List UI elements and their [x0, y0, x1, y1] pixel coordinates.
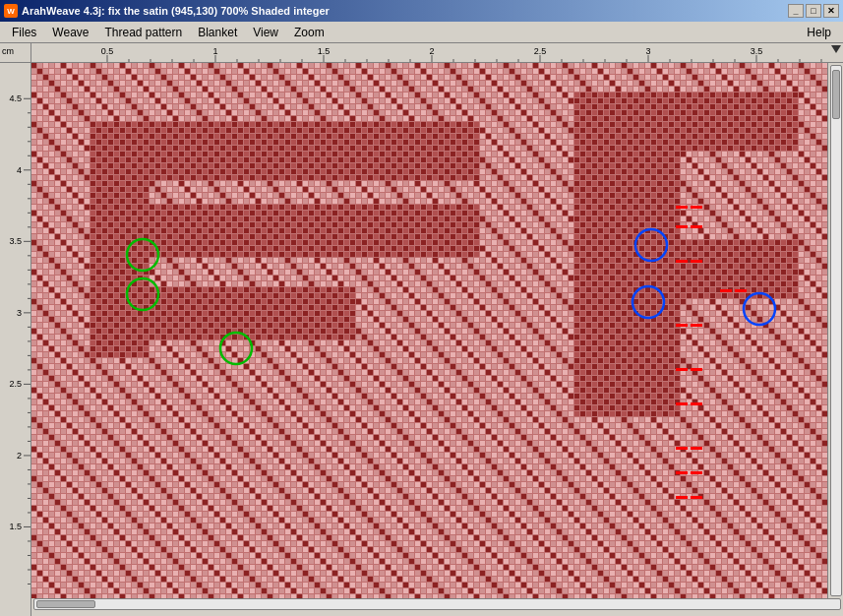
ruler-corner: cm — [0, 43, 31, 63]
main-area — [0, 63, 843, 598]
bottom-area — [0, 598, 843, 616]
scrollbar-corner-bl — [0, 598, 31, 616]
menu-view[interactable]: View — [245, 24, 286, 41]
menu-help[interactable]: Help — [807, 26, 839, 39]
vertical-ruler — [0, 63, 31, 598]
vertical-ruler-canvas — [0, 63, 31, 598]
titlebar-controls: _ □ ✕ — [788, 4, 839, 18]
weave-area[interactable] — [31, 63, 827, 598]
menu-thread-pattern[interactable]: Thread pattern — [96, 24, 190, 41]
menu-blanket[interactable]: Blanket — [190, 24, 245, 41]
menubar: Files Weave Thread pattern Blanket View … — [0, 22, 843, 43]
ruler-unit-label: cm — [0, 46, 14, 56]
ruler-arrow — [831, 45, 841, 53]
menu-weave[interactable]: Weave — [44, 24, 96, 41]
hscroll-thumb[interactable] — [36, 600, 95, 608]
vscroll-track[interactable] — [830, 65, 842, 596]
vertical-scrollbar[interactable] — [827, 63, 843, 598]
minimize-button[interactable]: _ — [788, 4, 804, 18]
weave-canvas[interactable] — [31, 63, 827, 598]
hscroll-track[interactable] — [33, 598, 841, 610]
app-icon: W — [4, 4, 18, 18]
menu-files[interactable]: Files — [4, 24, 44, 41]
window-title: ArahWeave 4.3j: fix the satin (945,130) … — [22, 5, 330, 17]
menu-zoom[interactable]: Zoom — [286, 24, 332, 41]
menu-items: Files Weave Thread pattern Blanket View … — [4, 24, 332, 41]
vscroll-thumb[interactable] — [832, 70, 840, 119]
maximize-button[interactable]: □ — [806, 4, 821, 18]
titlebar-title-group: W ArahWeave 4.3j: fix the satin (945,130… — [4, 4, 330, 18]
horizontal-ruler — [31, 43, 843, 63]
titlebar: W ArahWeave 4.3j: fix the satin (945,130… — [0, 0, 843, 22]
ruler-container: cm — [0, 43, 843, 63]
close-button[interactable]: ✕ — [823, 4, 839, 18]
horizontal-ruler-canvas — [31, 43, 843, 63]
